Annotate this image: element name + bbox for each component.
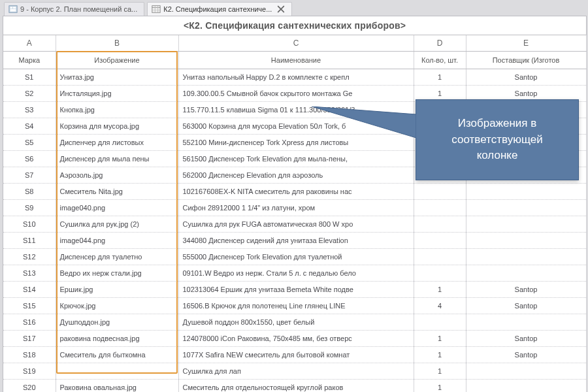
cell-mark[interactable]: S17: [3, 331, 56, 347]
cell-supplier[interactable]: [466, 216, 586, 233]
cell-supplier[interactable]: [466, 380, 586, 393]
table-row[interactable]: S9image040.pngСифон 28912000 1 1/4" из л…: [3, 200, 586, 216]
cell-name[interactable]: Сушилка для рук FUGA автоматическая 800 …: [178, 216, 414, 233]
cell-qty[interactable]: 1: [414, 363, 466, 380]
cell-mark[interactable]: S19: [3, 363, 56, 380]
cell-image[interactable]: Смеситель для быткомна: [56, 347, 178, 363]
table-row[interactable]: S14Ершик.jpg102313064 Ершик для унитаза …: [3, 282, 586, 298]
cell-mark[interactable]: S18: [3, 347, 56, 363]
cell-mark[interactable]: S4: [3, 118, 56, 135]
cell-name[interactable]: Сушилка для лап: [178, 363, 414, 380]
col-header[interactable]: Наименование: [178, 52, 414, 69]
table-row[interactable]: S20Раковина овальная.jpgСмеситель для от…: [3, 380, 586, 393]
table-row[interactable]: S11image044.png344080 Диспенсер сидений …: [3, 233, 586, 249]
cell-name[interactable]: Сифон 28912000 1 1/4" из латуни, хром: [178, 200, 414, 216]
cell-name[interactable]: 562000 Диспенсер Elevation для аэрозоль: [178, 167, 414, 184]
tab-spec[interactable]: К2. Спецификация сантехниче...: [147, 2, 292, 16]
cell-image[interactable]: Аэрозоль.jpg: [56, 167, 178, 184]
cell-supplier[interactable]: [466, 200, 586, 216]
cell-mark[interactable]: S14: [3, 282, 56, 298]
cell-qty[interactable]: [414, 216, 466, 233]
col-letter[interactable]: B: [56, 35, 178, 52]
cell-mark[interactable]: S5: [3, 135, 56, 151]
cell-image[interactable]: Корзина для мусора.jpg: [56, 118, 178, 135]
cell-image[interactable]: Диспенсер для мыла пены: [56, 151, 178, 167]
cell-mark[interactable]: S12: [3, 249, 56, 265]
cell-name[interactable]: Смеситель для отдельностоящей круглой ра…: [178, 380, 414, 393]
cell-mark[interactable]: S13: [3, 265, 56, 282]
cell-supplier[interactable]: Santop: [466, 347, 586, 363]
cell-image[interactable]: [56, 363, 178, 380]
cell-image[interactable]: Диспенсер для туалетно: [56, 249, 178, 265]
cell-name[interactable]: 1077X Safira NEW смеситель для бытовой к…: [178, 347, 414, 363]
cell-qty[interactable]: [414, 200, 466, 216]
cell-qty[interactable]: 1: [414, 331, 466, 347]
cell-mark[interactable]: S3: [3, 102, 56, 118]
cell-image[interactable]: Диспенчер для листовых: [56, 135, 178, 151]
col-letter[interactable]: A: [3, 35, 56, 52]
cell-image[interactable]: Унитаз.jpg: [56, 69, 178, 86]
close-icon[interactable]: [277, 5, 285, 13]
cell-supplier[interactable]: [466, 265, 586, 282]
cell-name[interactable]: Душевой поддон 800х1550, цвет белый: [178, 314, 414, 331]
table-row[interactable]: S12Диспенсер для туалетно555000 Диспенсе…: [3, 249, 586, 265]
cell-image[interactable]: Сушилка для рук.jpg (2): [56, 216, 178, 233]
cell-supplier[interactable]: [466, 363, 586, 380]
table-row[interactable]: S8Смеситель Nita.jpg102167608EX-K NITA с…: [3, 184, 586, 200]
cell-qty[interactable]: [414, 184, 466, 200]
table-row[interactable]: S1Унитаз.jpgУнитаз напольный Happy D.2 в…: [3, 69, 586, 86]
cell-image[interactable]: раковина подвесная.jpg: [56, 331, 178, 347]
cell-image[interactable]: Крючок.jpg: [56, 298, 178, 314]
cell-supplier[interactable]: [466, 184, 586, 200]
cell-mark[interactable]: S16: [3, 314, 56, 331]
table-row[interactable]: S10Сушилка для рук.jpg (2)Сушилка для ру…: [3, 216, 586, 233]
cell-mark[interactable]: S15: [3, 298, 56, 314]
col-header[interactable]: Поставщик (Изготов: [466, 52, 586, 69]
col-letter[interactable]: C: [178, 35, 414, 52]
cell-qty[interactable]: 1: [414, 347, 466, 363]
cell-image[interactable]: Душподдон.jpg: [56, 314, 178, 331]
col-header[interactable]: Изображение: [56, 52, 178, 69]
cell-supplier[interactable]: Santop: [466, 298, 586, 314]
cell-image[interactable]: image044.png: [56, 233, 178, 249]
table-row[interactable]: S15Крючок.jpg16506.В Крючок для полотене…: [3, 298, 586, 314]
table-row[interactable]: S16Душподдон.jpgДушевой поддон 800х1550,…: [3, 314, 586, 331]
cell-name[interactable]: Унитаз напольный Happy D.2 в комплекте с…: [178, 69, 414, 86]
cell-name[interactable]: 344080 Диспенсер сидений для унитаза Ele…: [178, 233, 414, 249]
cell-supplier[interactable]: [466, 233, 586, 249]
cell-qty[interactable]: [414, 265, 466, 282]
cell-image[interactable]: Раковина овальная.jpg: [56, 380, 178, 393]
cell-mark[interactable]: S2: [3, 86, 56, 102]
col-header[interactable]: Кол-во, шт.: [414, 52, 466, 69]
col-letter[interactable]: E: [466, 35, 586, 52]
cell-mark[interactable]: S11: [3, 233, 56, 249]
cell-name[interactable]: 102167608EX-K NITA смеситель для раковин…: [178, 184, 414, 200]
cell-qty[interactable]: 1: [414, 69, 466, 86]
cell-name[interactable]: 09101.W Ведро из нерж. Стали 5 л. с педа…: [178, 265, 414, 282]
col-letter[interactable]: D: [414, 35, 466, 52]
cell-qty[interactable]: 1: [414, 282, 466, 298]
cell-mark[interactable]: S9: [3, 200, 56, 216]
table-row[interactable]: S18Смеситель для быткомна1077X Safira NE…: [3, 347, 586, 363]
cell-name[interactable]: 124078000 iCon Раковина, 750х485 мм, без…: [178, 331, 414, 347]
cell-mark[interactable]: S20: [3, 380, 56, 393]
cell-image[interactable]: Ведро их нерж стали.jpg: [56, 265, 178, 282]
cell-mark[interactable]: S6: [3, 151, 56, 167]
cell-name[interactable]: 561500 Диспенсер Tork Elevation для мыла…: [178, 151, 414, 167]
cell-mark[interactable]: S8: [3, 184, 56, 200]
cell-supplier[interactable]: Santop: [466, 331, 586, 347]
cell-mark[interactable]: S7: [3, 167, 56, 184]
cell-name[interactable]: 109.300.00.5 Смывной бачок скрытого монт…: [178, 86, 414, 102]
cell-image[interactable]: Инсталяция.jpg: [56, 86, 178, 102]
cell-name[interactable]: 16506.В Крючок для полотенец Line глянец…: [178, 298, 414, 314]
cell-mark[interactable]: S1: [3, 69, 56, 86]
cell-qty[interactable]: 1: [414, 380, 466, 393]
cell-image[interactable]: Смеситель Nita.jpg: [56, 184, 178, 200]
table-row[interactable]: S19Сушилка для лап1: [3, 363, 586, 380]
col-header[interactable]: Марка: [3, 52, 56, 69]
table-row[interactable]: S13Ведро их нерж стали.jpg09101.W Ведро …: [3, 265, 586, 282]
tab-floorplan[interactable]: 9 - Корпус 2. План помещений са...: [4, 2, 144, 16]
cell-supplier[interactable]: Santop: [466, 282, 586, 298]
table-row[interactable]: S17раковина подвесная.jpg124078000 iCon …: [3, 331, 586, 347]
cell-supplier[interactable]: [466, 249, 586, 265]
